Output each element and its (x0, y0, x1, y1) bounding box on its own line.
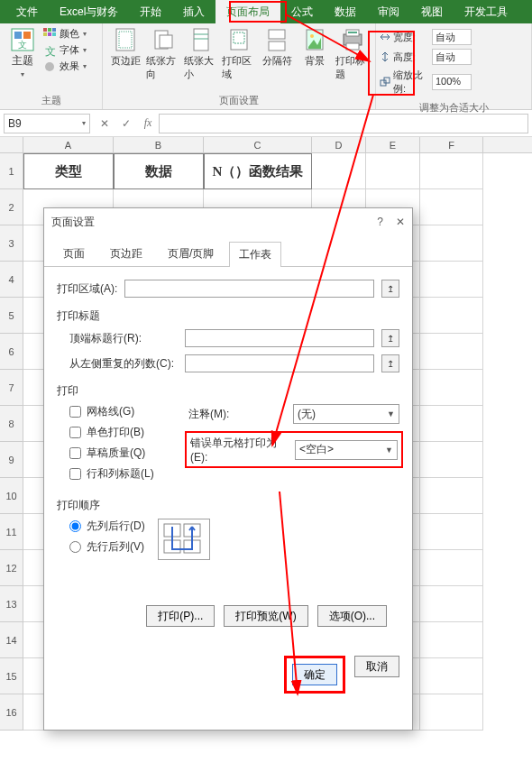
row-header[interactable]: 10 (0, 478, 23, 514)
row-header[interactable]: 9 (0, 442, 23, 478)
left-col-input[interactable] (185, 354, 374, 372)
row-header[interactable]: 3 (0, 225, 23, 262)
tab-view[interactable]: 视图 (410, 0, 454, 24)
grid-cell[interactable] (420, 586, 483, 622)
row-header[interactable]: 12 (0, 550, 23, 586)
row-header[interactable]: 2 (0, 189, 23, 225)
grid-cell[interactable] (420, 442, 483, 478)
width-icon (380, 32, 390, 42)
dlgtab-headerfooter[interactable]: 页眉/页脚 (158, 241, 224, 266)
options-button[interactable]: 选项(O)... (317, 605, 387, 627)
tab-formulas[interactable]: 公式 (280, 0, 324, 24)
themes-button[interactable]: 文 主题 ▾ (5, 27, 40, 79)
name-box[interactable]: B9▾ (4, 114, 90, 133)
cancel-button[interactable]: 取消 (354, 656, 399, 677)
insert-function-button[interactable]: fx (137, 114, 159, 133)
tab-excelfinance[interactable]: Excel与财务 (49, 0, 129, 24)
errors-select[interactable]: <空白>▼ (295, 440, 398, 460)
col-header-F[interactable]: F (420, 137, 483, 152)
grid-cell[interactable] (420, 262, 483, 298)
width-select[interactable]: 自动 (432, 29, 472, 45)
tab-home[interactable]: 开始 (129, 0, 172, 24)
tab-review[interactable]: 审阅 (367, 0, 410, 24)
close-button[interactable]: ✕ (396, 216, 405, 228)
grid-cell[interactable] (420, 550, 483, 586)
row-header[interactable]: 16 (0, 694, 23, 731)
row-header[interactable]: 15 (0, 658, 23, 694)
gridlines-checkbox[interactable] (69, 406, 81, 418)
size-button[interactable]: 纸张大小 (184, 27, 218, 81)
formula-input[interactable] (159, 114, 528, 133)
col-header-E[interactable]: E (366, 137, 420, 152)
tab-pagelayout[interactable]: 页面布局 (216, 0, 280, 24)
help-button[interactable]: ? (377, 216, 383, 228)
print-button[interactable]: 打印(P)... (146, 605, 215, 627)
cancel-formula-button[interactable]: ✕ (94, 114, 115, 133)
grid-cell[interactable] (420, 189, 483, 225)
grid-cell[interactable] (420, 622, 483, 658)
grid-cell[interactable] (420, 334, 483, 370)
ok-button[interactable]: 确定 (292, 664, 337, 685)
colors-button[interactable]: 颜色▾ (43, 27, 87, 41)
tab-file[interactable]: 文件 (5, 0, 49, 24)
draft-checkbox[interactable] (69, 447, 81, 459)
bw-checkbox[interactable] (69, 427, 81, 438)
printtitles-button[interactable]: 打印标题 (335, 27, 370, 81)
comments-select[interactable]: (无)▼ (293, 404, 399, 424)
grid-cell[interactable] (420, 370, 483, 406)
tab-insert[interactable]: 插入 (172, 0, 216, 24)
header-cell[interactable]: 类型 (23, 153, 114, 189)
row-header[interactable]: 1 (0, 153, 23, 189)
collapse-range-icon[interactable]: ↥ (381, 354, 399, 372)
dropdown-caret-icon[interactable]: ▾ (82, 119, 86, 127)
header-cell[interactable]: 数据 (114, 153, 204, 189)
dlgtab-sheet[interactable]: 工作表 (229, 242, 281, 267)
grid-cell[interactable] (420, 514, 483, 550)
margins-button[interactable]: 页边距 (108, 27, 142, 81)
print-area-input[interactable] (124, 280, 374, 298)
row-header[interactable]: 4 (0, 262, 23, 298)
grid-cell[interactable] (420, 406, 483, 442)
grid-cell[interactable] (420, 298, 483, 334)
enter-formula-button[interactable]: ✓ (115, 114, 137, 133)
grid-cell[interactable] (366, 153, 420, 189)
row-header[interactable]: 7 (0, 370, 23, 406)
scale-input[interactable]: 100% (432, 74, 472, 90)
row-header[interactable]: 14 (0, 622, 23, 658)
row-header[interactable]: 8 (0, 406, 23, 442)
row-header[interactable]: 6 (0, 334, 23, 370)
background-button[interactable]: 背景 (298, 27, 332, 81)
breaks-button[interactable]: 分隔符 (260, 27, 294, 81)
preview-button[interactable]: 打印预览(W) (224, 605, 307, 627)
grid-cell[interactable] (420, 153, 483, 189)
grid-cell[interactable] (420, 658, 483, 694)
dlgtab-margins[interactable]: 页边距 (100, 241, 152, 266)
downover-radio[interactable] (69, 520, 81, 532)
row-header[interactable]: 13 (0, 586, 23, 622)
row-header[interactable]: 11 (0, 514, 23, 550)
col-header-A[interactable]: A (23, 137, 114, 152)
tab-developer[interactable]: 开发工具 (454, 0, 518, 24)
grid-cell[interactable] (312, 153, 366, 189)
orientation-button[interactable]: 纸张方向 (146, 27, 180, 81)
select-all-corner[interactable] (0, 137, 23, 153)
top-row-input[interactable] (185, 329, 374, 347)
rowcolhdr-checkbox[interactable] (69, 468, 81, 480)
dlgtab-page[interactable]: 页面 (53, 241, 95, 266)
grid-cell[interactable] (420, 225, 483, 262)
collapse-range-icon[interactable]: ↥ (381, 280, 399, 298)
col-header-B[interactable]: B (114, 137, 204, 152)
overdown-radio[interactable] (69, 541, 81, 553)
row-header[interactable]: 5 (0, 298, 23, 334)
fonts-button[interactable]: 文字体▾ (43, 43, 87, 57)
tab-data[interactable]: 数据 (324, 0, 367, 24)
effects-button[interactable]: 效果▾ (43, 60, 87, 73)
col-header-C[interactable]: C (204, 137, 312, 152)
grid-cell[interactable] (420, 694, 483, 731)
header-cell[interactable]: N（）函数结果 (204, 153, 312, 189)
height-select[interactable]: 自动 (432, 49, 472, 65)
printarea-button[interactable]: 打印区域 (222, 27, 256, 81)
collapse-range-icon[interactable]: ↥ (381, 329, 399, 347)
col-header-D[interactable]: D (312, 137, 366, 152)
grid-cell[interactable] (420, 478, 483, 514)
